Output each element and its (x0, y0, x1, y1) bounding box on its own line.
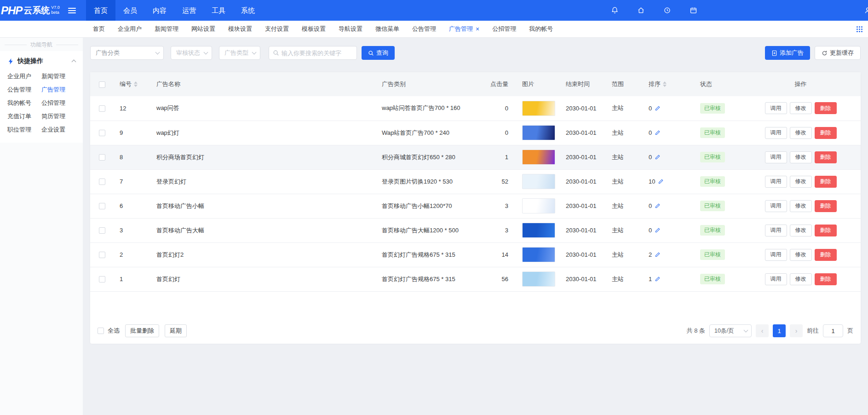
row-checkbox[interactable] (99, 130, 105, 136)
row-checkbox[interactable] (99, 179, 105, 185)
menu-toggle-icon[interactable] (68, 0, 76, 21)
tab[interactable]: 导航设置 (332, 21, 369, 37)
add-ad-button[interactable]: 添加广告 (765, 46, 810, 60)
column-header: 操作 (741, 72, 861, 96)
prev-page-button[interactable]: ‹ (756, 324, 769, 337)
sidebar-item[interactable]: 职位管理 (7, 123, 41, 136)
edit-sort-icon[interactable] (655, 227, 661, 233)
edit-sort-icon[interactable] (658, 179, 664, 184)
edit-button[interactable]: 修改 (790, 102, 812, 114)
tab[interactable]: 微信菜单 (369, 21, 406, 37)
call-button[interactable]: 调用 (765, 176, 787, 188)
call-button[interactable]: 调用 (765, 249, 787, 261)
call-button[interactable]: 调用 (765, 102, 787, 114)
sidebar-item[interactable]: 企业用户 (7, 69, 41, 83)
edit-button[interactable]: 修改 (790, 225, 812, 236)
tab[interactable]: 公告管理 (406, 21, 443, 37)
delete-button[interactable]: 删除 (815, 151, 837, 163)
sidebar-item[interactable]: 新闻管理 (41, 69, 75, 83)
tab[interactable]: 首页 (86, 21, 111, 37)
topnav-item[interactable]: 首页 (86, 0, 115, 21)
query-button[interactable]: 查询 (362, 46, 395, 60)
sort-icon[interactable] (663, 81, 667, 87)
delete-button[interactable]: 删除 (815, 200, 837, 212)
tab[interactable]: 模块设置 (222, 21, 259, 37)
tab-close-icon[interactable]: × (476, 26, 479, 32)
row-checkbox[interactable] (99, 203, 105, 209)
edit-button[interactable]: 修改 (790, 249, 812, 261)
edit-sort-icon[interactable] (655, 154, 661, 160)
sort-icon[interactable] (134, 81, 138, 87)
sidebar-divider-label: 功能导航 (30, 41, 52, 49)
table-row: 1首页幻灯首页幻灯广告规格675 * 315562030-01-01主站1已审核… (90, 267, 861, 291)
tab[interactable]: 新闻管理 (148, 21, 185, 37)
edit-sort-icon[interactable] (655, 203, 661, 208)
user-icon[interactable] (864, 0, 868, 21)
sidebar-item[interactable]: 企业设置 (41, 123, 75, 136)
edit-sort-icon[interactable] (655, 252, 661, 257)
call-button[interactable]: 调用 (765, 127, 787, 139)
edit-button[interactable]: 修改 (790, 273, 812, 285)
row-checkbox[interactable] (99, 227, 105, 234)
next-page-button[interactable]: › (790, 324, 803, 337)
delete-button[interactable]: 删除 (815, 225, 837, 236)
collapse-chevron-icon[interactable] (72, 60, 76, 64)
delete-button[interactable]: 删除 (815, 127, 837, 139)
sidebar-item[interactable]: 公告管理 (7, 83, 41, 96)
delete-button[interactable]: 删除 (815, 102, 837, 114)
ad-category-select[interactable]: 广告分类 (90, 46, 164, 60)
tab[interactable]: 支付设置 (259, 21, 295, 37)
select-all-checkbox[interactable] (99, 81, 105, 88)
row-checkbox[interactable] (99, 154, 105, 161)
row-checkbox[interactable] (99, 252, 105, 258)
row-checkbox[interactable] (99, 105, 105, 112)
edit-button[interactable]: 修改 (790, 176, 812, 188)
tab[interactable]: 公招管理 (486, 21, 523, 37)
audit-status-select[interactable]: 审核状态 (171, 46, 212, 60)
topnav-item[interactable]: 会员 (115, 0, 145, 21)
delete-button[interactable]: 删除 (815, 249, 837, 261)
edit-button[interactable]: 修改 (790, 151, 812, 163)
edit-button[interactable]: 修改 (790, 127, 812, 139)
tab[interactable]: 广告管理× (443, 21, 486, 37)
calendar-icon[interactable] (690, 6, 697, 14)
sidebar-item[interactable]: 简历管理 (41, 110, 75, 123)
edit-button[interactable]: 修改 (790, 200, 812, 212)
home-icon[interactable] (637, 6, 645, 14)
ad-type-select[interactable]: 广告类型 (219, 46, 260, 60)
delete-button[interactable]: 删除 (815, 273, 837, 285)
edit-sort-icon[interactable] (655, 276, 661, 282)
tab[interactable]: 模板设置 (295, 21, 332, 37)
topnav-item[interactable]: 系统 (233, 0, 263, 21)
tab[interactable]: 企业用户 (111, 21, 148, 37)
delete-button[interactable]: 删除 (815, 176, 837, 188)
row-checkbox[interactable] (99, 276, 105, 282)
postpone-button[interactable]: 延期 (165, 324, 187, 337)
logo-version: V7.0 beta (51, 5, 60, 15)
call-button[interactable]: 调用 (765, 151, 787, 163)
page-number-button[interactable]: 1 (773, 324, 786, 337)
call-button[interactable]: 调用 (765, 273, 787, 285)
edit-sort-icon[interactable] (655, 130, 661, 135)
sidebar-item[interactable]: 广告管理 (41, 83, 75, 96)
clock-icon[interactable] (663, 6, 671, 14)
keyword-search-input[interactable] (282, 50, 353, 57)
topnav-item[interactable]: 工具 (204, 0, 233, 21)
call-button[interactable]: 调用 (765, 200, 787, 212)
topnav-item[interactable]: 运营 (174, 0, 204, 21)
tab[interactable]: 我的帐号 (523, 21, 559, 37)
call-button[interactable]: 调用 (765, 225, 787, 236)
edit-sort-icon[interactable] (655, 105, 661, 111)
tab-grid-icon[interactable] (857, 26, 862, 32)
sidebar-item[interactable]: 充值订单 (7, 110, 41, 123)
sidebar-item[interactable]: 我的帐号 (7, 96, 41, 110)
bell-icon[interactable] (611, 6, 619, 14)
goto-page-input[interactable] (823, 324, 843, 337)
tab[interactable]: 网站设置 (185, 21, 222, 37)
page-size-select[interactable]: 10条/页 (709, 324, 752, 337)
sidebar-item[interactable]: 公招管理 (41, 96, 75, 110)
select-all-checkbox[interactable] (98, 328, 104, 334)
topnav-item[interactable]: 内容 (145, 0, 174, 21)
batch-delete-button[interactable]: 批量删除 (125, 324, 159, 337)
refresh-cache-button[interactable]: 更新缓存 (815, 46, 861, 60)
